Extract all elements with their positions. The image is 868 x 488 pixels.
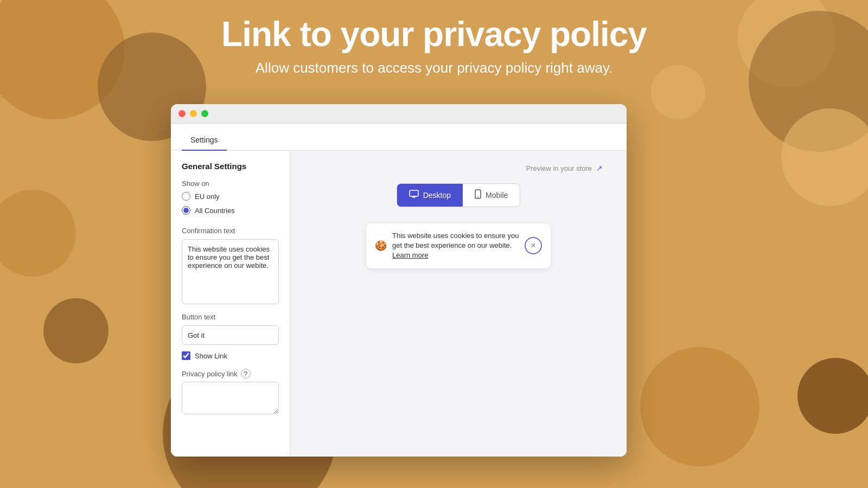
hero-section: Link to your privacy policy Allow custom… [0, 0, 868, 76]
circle-5 [0, 190, 76, 277]
svg-rect-0 [410, 190, 418, 196]
external-link-icon[interactable]: ↗ [596, 164, 603, 172]
button-text-input[interactable] [182, 325, 279, 345]
svg-point-4 [477, 197, 478, 198]
show-link-label: Show Link [195, 352, 227, 360]
mobile-button[interactable]: Mobile [463, 184, 520, 207]
cookie-banner-preview: 🍪 This website uses cookies to ensure yo… [366, 223, 551, 268]
svg-rect-2 [411, 196, 417, 197]
traffic-light-red[interactable] [178, 110, 186, 117]
window-body: Settings General Settings Show on EU onl… [171, 124, 627, 457]
radio-eu-only-input[interactable] [182, 192, 190, 201]
cookie-close-button[interactable]: × [525, 237, 542, 254]
hero-title: Link to your privacy policy [0, 15, 868, 53]
general-settings-title: General Settings [171, 162, 290, 179]
device-toggle: Desktop Mobile [397, 183, 521, 207]
circle-9 [781, 108, 868, 206]
cookie-icon: 🍪 [375, 240, 387, 252]
privacy-policy-link-label: Privacy policy link [182, 370, 238, 378]
preview-top-bar: Preview in your store ↗ [526, 164, 603, 172]
mobile-label: Mobile [486, 191, 508, 200]
preview-label: Preview in your store [526, 164, 592, 172]
confirmation-text-label: Confirmation text [171, 220, 290, 239]
show-link-row[interactable]: Show Link [171, 345, 290, 364]
title-bar [171, 104, 627, 124]
learn-more-link[interactable]: Learn more [392, 251, 428, 259]
privacy-policy-link-row: Privacy policy link ? [171, 364, 290, 382]
show-on-radio-group: EU only All Countries [171, 192, 290, 215]
radio-all-countries[interactable]: All Countries [182, 206, 279, 215]
circle-6 [43, 298, 108, 363]
cookie-banner-text: This website uses cookies to ensure you … [392, 231, 519, 261]
radio-all-countries-input[interactable] [182, 206, 190, 215]
circle-8 [640, 347, 760, 466]
traffic-light-green[interactable] [201, 110, 208, 117]
app-window: Settings General Settings Show on EU onl… [171, 104, 627, 457]
button-text-label: Button text [171, 306, 290, 325]
preview-area: Preview in your store ↗ Desktop [290, 151, 627, 457]
desktop-label: Desktop [423, 191, 451, 200]
desktop-button[interactable]: Desktop [397, 184, 463, 207]
close-icon: × [531, 241, 535, 251]
hero-subtitle: Allow customers to access your privacy p… [0, 60, 868, 76]
radio-all-countries-label: All Countries [195, 207, 235, 215]
show-link-checkbox[interactable] [182, 351, 190, 360]
radio-eu-only[interactable]: EU only [182, 192, 279, 201]
show-on-label: Show on [171, 179, 290, 192]
sidebar: General Settings Show on EU only All Cou… [171, 151, 290, 457]
radio-eu-only-label: EU only [195, 192, 220, 201]
circle-10 [797, 358, 868, 434]
desktop-icon [409, 190, 419, 201]
tab-settings[interactable]: Settings [182, 129, 227, 151]
help-icon[interactable]: ? [241, 369, 251, 378]
traffic-light-yellow[interactable] [190, 110, 197, 117]
confirmation-text-textarea[interactable]: This website uses cookies to ensure you … [182, 239, 279, 304]
svg-rect-1 [412, 197, 416, 198]
mobile-icon [475, 189, 481, 201]
privacy-policy-link-input[interactable] [182, 382, 279, 414]
tab-bar: Settings [171, 124, 627, 151]
main-content: General Settings Show on EU only All Cou… [171, 151, 627, 457]
